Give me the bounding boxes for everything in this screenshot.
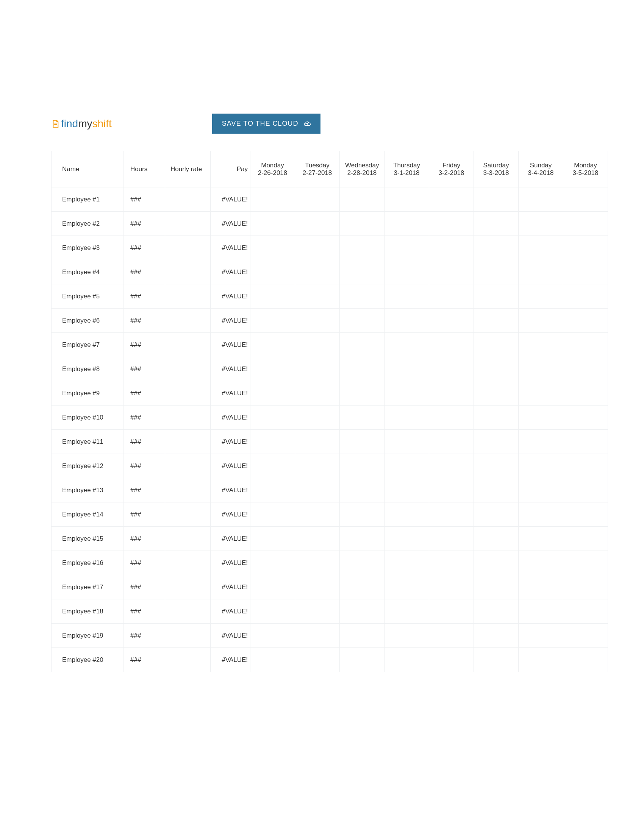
cell-day[interactable] xyxy=(295,236,340,260)
cell-day[interactable] xyxy=(564,333,608,357)
cell-day[interactable] xyxy=(518,575,564,599)
cell-pay[interactable]: #VALUE! xyxy=(211,575,250,599)
cell-day[interactable] xyxy=(518,478,564,502)
cell-day[interactable] xyxy=(518,527,564,551)
cell-day[interactable] xyxy=(474,454,518,478)
cell-day[interactable] xyxy=(385,187,429,212)
cell-hours[interactable]: ### xyxy=(124,599,165,624)
cell-day[interactable] xyxy=(429,527,474,551)
cell-day[interactable] xyxy=(250,309,295,333)
cell-day[interactable] xyxy=(518,309,564,333)
cell-pay[interactable]: #VALUE! xyxy=(211,478,250,502)
cell-day[interactable] xyxy=(474,430,518,454)
cell-name[interactable]: Employee #2 xyxy=(52,212,124,236)
cell-day[interactable] xyxy=(295,309,340,333)
cell-hours[interactable]: ### xyxy=(124,405,165,430)
cell-hourly-rate[interactable] xyxy=(165,187,211,212)
cell-pay[interactable]: #VALUE! xyxy=(211,624,250,648)
cell-day[interactable] xyxy=(385,309,429,333)
cell-day[interactable] xyxy=(340,381,385,405)
cell-hours[interactable]: ### xyxy=(124,357,165,381)
cell-name[interactable]: Employee #11 xyxy=(52,430,124,454)
cell-day[interactable] xyxy=(429,551,474,575)
cell-day[interactable] xyxy=(295,624,340,648)
cell-name[interactable]: Employee #18 xyxy=(52,599,124,624)
cell-day[interactable] xyxy=(518,212,564,236)
cell-day[interactable] xyxy=(474,187,518,212)
cell-day[interactable] xyxy=(474,212,518,236)
cell-day[interactable] xyxy=(295,260,340,285)
cell-hours[interactable]: ### xyxy=(124,285,165,309)
cell-name[interactable]: Employee #14 xyxy=(52,502,124,527)
cell-hourly-rate[interactable] xyxy=(165,454,211,478)
cell-name[interactable]: Employee #8 xyxy=(52,357,124,381)
cell-day[interactable] xyxy=(385,648,429,672)
cell-day[interactable] xyxy=(340,309,385,333)
cell-hourly-rate[interactable] xyxy=(165,236,211,260)
cell-day[interactable] xyxy=(295,575,340,599)
cell-day[interactable] xyxy=(518,357,564,381)
save-to-cloud-button[interactable]: SAVE TO THE CLOUD xyxy=(212,114,320,133)
cell-day[interactable] xyxy=(250,212,295,236)
cell-day[interactable] xyxy=(429,236,474,260)
cell-day[interactable] xyxy=(518,648,564,672)
cell-hours[interactable]: ### xyxy=(124,430,165,454)
cell-day[interactable] xyxy=(250,648,295,672)
cell-day[interactable] xyxy=(385,454,429,478)
cell-day[interactable] xyxy=(385,599,429,624)
cell-pay[interactable]: #VALUE! xyxy=(211,405,250,430)
cell-hours[interactable]: ### xyxy=(124,502,165,527)
cell-day[interactable] xyxy=(250,575,295,599)
cell-pay[interactable]: #VALUE! xyxy=(211,381,250,405)
cell-hours[interactable]: ### xyxy=(124,187,165,212)
cell-hourly-rate[interactable] xyxy=(165,405,211,430)
cell-hourly-rate[interactable] xyxy=(165,527,211,551)
cell-name[interactable]: Employee #15 xyxy=(52,527,124,551)
cell-hours[interactable]: ### xyxy=(124,527,165,551)
cell-day[interactable] xyxy=(385,260,429,285)
cell-day[interactable] xyxy=(474,599,518,624)
cell-pay[interactable]: #VALUE! xyxy=(211,187,250,212)
cell-day[interactable] xyxy=(340,285,385,309)
cell-day[interactable] xyxy=(564,551,608,575)
cell-day[interactable] xyxy=(518,454,564,478)
cell-hourly-rate[interactable] xyxy=(165,502,211,527)
cell-day[interactable] xyxy=(518,502,564,527)
cell-day[interactable] xyxy=(250,430,295,454)
cell-day[interactable] xyxy=(564,527,608,551)
cell-day[interactable] xyxy=(340,212,385,236)
cell-day[interactable] xyxy=(250,381,295,405)
cell-name[interactable]: Employee #17 xyxy=(52,575,124,599)
cell-hourly-rate[interactable] xyxy=(165,212,211,236)
cell-hourly-rate[interactable] xyxy=(165,333,211,357)
cell-day[interactable] xyxy=(429,309,474,333)
cell-day[interactable] xyxy=(295,527,340,551)
cell-day[interactable] xyxy=(385,551,429,575)
cell-day[interactable] xyxy=(564,357,608,381)
cell-day[interactable] xyxy=(295,405,340,430)
cell-hourly-rate[interactable] xyxy=(165,575,211,599)
cell-hours[interactable]: ### xyxy=(124,454,165,478)
cell-day[interactable] xyxy=(385,236,429,260)
cell-pay[interactable]: #VALUE! xyxy=(211,599,250,624)
cell-day[interactable] xyxy=(340,527,385,551)
cell-day[interactable] xyxy=(295,357,340,381)
cell-hourly-rate[interactable] xyxy=(165,357,211,381)
cell-day[interactable] xyxy=(340,624,385,648)
cell-hours[interactable]: ### xyxy=(124,551,165,575)
cell-hours[interactable]: ### xyxy=(124,381,165,405)
cell-hourly-rate[interactable] xyxy=(165,430,211,454)
cell-hourly-rate[interactable] xyxy=(165,381,211,405)
cell-name[interactable]: Employee #12 xyxy=(52,454,124,478)
cell-day[interactable] xyxy=(474,551,518,575)
cell-day[interactable] xyxy=(429,454,474,478)
cell-pay[interactable]: #VALUE! xyxy=(211,285,250,309)
cell-hourly-rate[interactable] xyxy=(165,599,211,624)
cell-day[interactable] xyxy=(429,648,474,672)
cell-day[interactable] xyxy=(474,405,518,430)
cell-day[interactable] xyxy=(429,260,474,285)
cell-hours[interactable]: ### xyxy=(124,333,165,357)
cell-hours[interactable]: ### xyxy=(124,260,165,285)
cell-day[interactable] xyxy=(385,381,429,405)
cell-day[interactable] xyxy=(340,333,385,357)
